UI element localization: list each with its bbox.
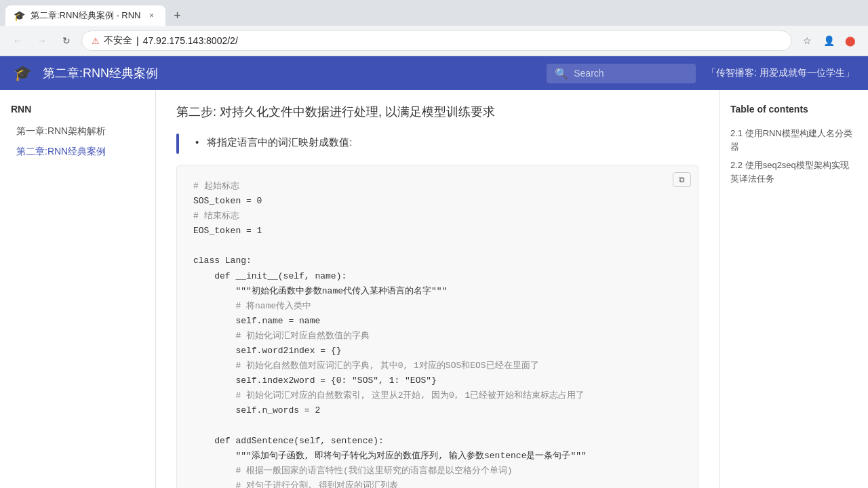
security-icon: ⚠	[92, 36, 100, 46]
back-button[interactable]: ←	[8, 31, 27, 50]
code-block: ⧉# 起始标志 SOS_token = 0 # 结束标志 EOS_token =…	[176, 165, 698, 488]
header-brand: 「传智播客: 用爱成就每一位学生」	[707, 67, 854, 79]
content-block: • 将指定语言中的词汇映射成数值:	[176, 134, 698, 154]
address-bar: ← → ↻ ⚠ 不安全 | 47.92.175.143:8002/2/ ☆ 👤 …	[0, 26, 868, 56]
reload-button[interactable]: ↻	[57, 31, 76, 50]
bullet-text: 将指定语言中的词汇映射成数值:	[207, 136, 352, 149]
browser-tab[interactable]: 🎓 第二章:RNN经典案例 - RNN ×	[5, 5, 165, 26]
code-comment-3: # 将name传入类中	[235, 301, 311, 311]
code-comment-8: # 对句子进行分割, 得到对应的词汇列表	[235, 481, 397, 488]
toc-title: Table of contents	[730, 104, 857, 115]
forward-button[interactable]: →	[33, 31, 52, 50]
app-header: 🎓 第二章:RNN经典案例 🔍 「传智播客: 用爱成就每一位学生」	[0, 56, 868, 90]
url-host: 47.92.175.143:8002/2/	[143, 35, 238, 46]
toc-item-2-1[interactable]: 2.1 使用RNN模型构建人名分类器	[730, 124, 857, 156]
url-address: |	[136, 35, 139, 46]
tab-title: 第二章:RNN经典案例 - RNN	[31, 9, 141, 22]
code-comment-6: # 初始化词汇对应的自然数索引, 这里从2开始, 因为0, 1已经被开始和结束标…	[235, 390, 585, 401]
app-logo: 🎓	[14, 64, 32, 82]
tab-bar: 🎓 第二章:RNN经典案例 - RNN × +	[0, 0, 868, 26]
url-protocol: 不安全	[104, 35, 132, 47]
code-comment-1: # 起始标志	[193, 181, 239, 191]
search-input[interactable]	[574, 68, 688, 79]
search-bar[interactable]: 🔍	[547, 64, 696, 83]
toc-item-2-2[interactable]: 2.2 使用seq2seq模型架构实现英译法任务	[730, 156, 857, 188]
search-icon: 🔍	[555, 67, 568, 80]
blue-accent-bar	[176, 134, 179, 154]
url-bar[interactable]: ⚠ 不安全 | 47.92.175.143:8002/2/	[81, 30, 792, 51]
sidebar: RNN 第一章:RNN架构解析 第二章:RNN经典案例	[0, 90, 156, 488]
sidebar-item-chapter1[interactable]: 第一章:RNN架构解析	[11, 123, 144, 140]
page-section-title: 第二步: 对持久化文件中数据进行处理, 以满足模型训练要求	[176, 104, 698, 120]
tab-favicon: 🎓	[14, 10, 25, 21]
extension-icon[interactable]: ⬤	[841, 31, 860, 50]
code-comment-2: # 结束标志	[193, 211, 239, 221]
toolbar-icons: ☆ 👤 ⬤	[797, 31, 860, 50]
bookmark-icon[interactable]: ☆	[797, 31, 816, 50]
sidebar-item-chapter2[interactable]: 第二章:RNN经典案例	[11, 143, 144, 161]
toc-panel: Table of contents 2.1 使用RNN模型构建人名分类器 2.2…	[719, 90, 868, 488]
browser-chrome: 🎓 第二章:RNN经典案例 - RNN × + ← → ↻ ⚠ 不安全 | 47…	[0, 0, 868, 56]
profile-icon[interactable]: 👤	[819, 31, 838, 50]
page-body: RNN 第一章:RNN架构解析 第二章:RNN经典案例 第二步: 对持久化文件中…	[0, 90, 868, 488]
bullet-item: • 将指定语言中的词汇映射成数值:	[195, 134, 352, 152]
copy-button[interactable]: ⧉	[673, 172, 691, 187]
code-comment-4: # 初始化词汇对应自然数值的字典	[235, 331, 370, 341]
code-comment-5: # 初始化自然数值对应词汇的字典, 其中0, 1对应的SOS和EOS已经在里面了	[235, 361, 538, 371]
tab-close-button[interactable]: ×	[146, 10, 157, 21]
new-tab-button[interactable]: +	[168, 6, 187, 25]
sidebar-section-title: RNN	[11, 104, 144, 115]
main-content: 第二步: 对持久化文件中数据进行处理, 以满足模型训练要求 • 将指定语言中的词…	[156, 90, 719, 488]
app-title: 第二章:RNN经典案例	[43, 65, 536, 81]
code-comment-7: # 根据一般国家的语言特性(我们这里研究的语言都是以空格分个单词)	[235, 466, 512, 476]
